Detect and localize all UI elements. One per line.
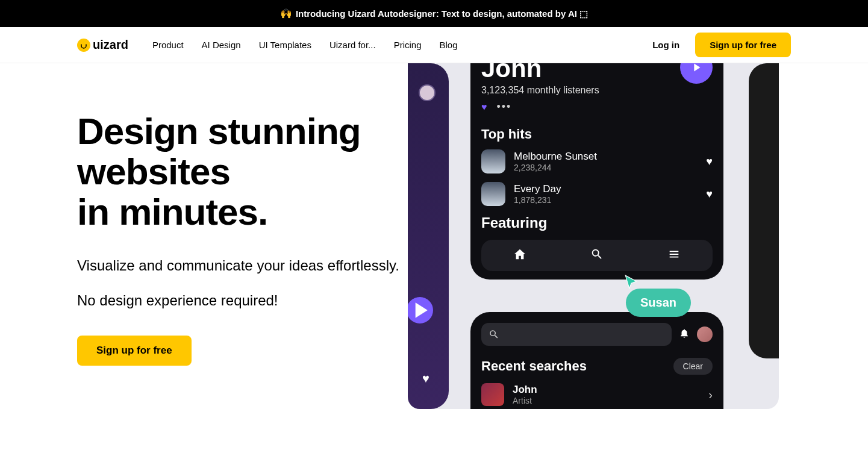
logo[interactable]: uizard	[77, 38, 128, 52]
bell-icon	[679, 328, 690, 341]
track-row: Melbourne Sunset 2,238,244 ♥	[481, 149, 713, 173]
tab-bar	[481, 240, 713, 271]
listeners-count: 3,123,354 monthly listeners	[481, 85, 599, 96]
track-plays: 2,238,244	[514, 163, 698, 172]
search-icon	[590, 248, 604, 263]
play-icon	[408, 297, 433, 323]
library-icon	[667, 248, 681, 263]
avatar-icon	[697, 327, 713, 342]
side-phone-right	[749, 63, 779, 358]
avatar-icon	[419, 84, 436, 101]
featuring-title: Featuring	[481, 214, 713, 231]
recent-item: John Artist ›	[481, 383, 713, 406]
nav-blog[interactable]: Blog	[439, 40, 457, 50]
clear-button-mock: Clear	[673, 358, 713, 375]
mockup-preview: ♥ John 3,123,354 monthly listeners ♥ •••…	[408, 63, 779, 409]
hero-h1-line3: in minutes.	[77, 191, 267, 233]
announcement-bar[interactable]: 🙌 Introducing Uizard Autodesigner: Text …	[0, 0, 868, 27]
recent-type: Artist	[513, 396, 700, 405]
signup-button-hero[interactable]: Sign up for free	[77, 336, 192, 366]
brand-name: uizard	[93, 38, 128, 52]
chevron-right-icon: ›	[708, 388, 713, 402]
login-link[interactable]: Log in	[652, 40, 679, 50]
phone-mockup-search: Recent searches Clear John Artist ›	[470, 312, 723, 409]
hero-sub2: No design experience required!	[77, 292, 402, 309]
search-icon	[489, 329, 499, 340]
phone-mockup-main: John 3,123,354 monthly listeners ♥ ••• T…	[470, 63, 723, 280]
top-hits-title: Top hits	[481, 127, 713, 142]
track-title: Melbourne Sunset	[514, 151, 698, 163]
hands-emoji: 🙌	[280, 8, 292, 19]
hero-headline: Design stunning websites in minutes.	[77, 111, 402, 233]
recent-searches-title: Recent searches	[481, 358, 673, 374]
hero-copy: Design stunning websites in minutes. Vis…	[77, 63, 402, 409]
heart-icon: ♥	[706, 155, 713, 168]
main-nav: uizard Product AI Design UI Templates Ui…	[0, 27, 868, 63]
hero-h1-line2: websites	[77, 151, 230, 192]
nav-product[interactable]: Product	[152, 40, 184, 50]
nav-uizard-for[interactable]: Uizard for...	[329, 40, 376, 50]
track-plays: 1,878,231	[514, 195, 698, 205]
track-title: Every Day	[514, 183, 698, 195]
home-icon	[513, 248, 526, 263]
artist-art-icon	[481, 383, 504, 406]
album-art-icon	[481, 149, 505, 173]
nav-ui-templates[interactable]: UI Templates	[259, 40, 311, 50]
track-row: Every Day 1,878,231 ♥	[481, 182, 713, 206]
hero-section: Design stunning websites in minutes. Vis…	[0, 63, 868, 409]
heart-icon: ♥	[422, 372, 429, 386]
nav-ai-design[interactable]: AI Design	[202, 40, 241, 50]
nav-pricing[interactable]: Pricing	[394, 40, 422, 50]
heart-icon: ♥	[706, 188, 713, 201]
artist-name: John	[481, 63, 599, 81]
more-icon: •••	[497, 101, 512, 113]
album-art-icon	[481, 182, 505, 206]
like-icon: ♥	[481, 102, 487, 113]
recent-name: John	[513, 384, 700, 396]
nav-links: Product AI Design UI Templates Uizard fo…	[152, 40, 458, 50]
search-input-mock	[481, 323, 672, 346]
side-phone-left: ♥	[408, 63, 449, 409]
play-button-icon	[680, 63, 713, 84]
logo-mark-icon	[77, 39, 90, 52]
announcement-text: Introducing Uizard Autodesigner: Text to…	[296, 8, 588, 19]
hero-h1-line1: Design stunning	[77, 110, 361, 152]
hero-sub1: Visualize and communicate your ideas eff…	[77, 255, 402, 276]
collaborator-pill: Susan	[626, 289, 691, 317]
nav-right: Log in Sign up for free	[652, 33, 791, 57]
signup-button-nav[interactable]: Sign up for free	[695, 33, 791, 57]
